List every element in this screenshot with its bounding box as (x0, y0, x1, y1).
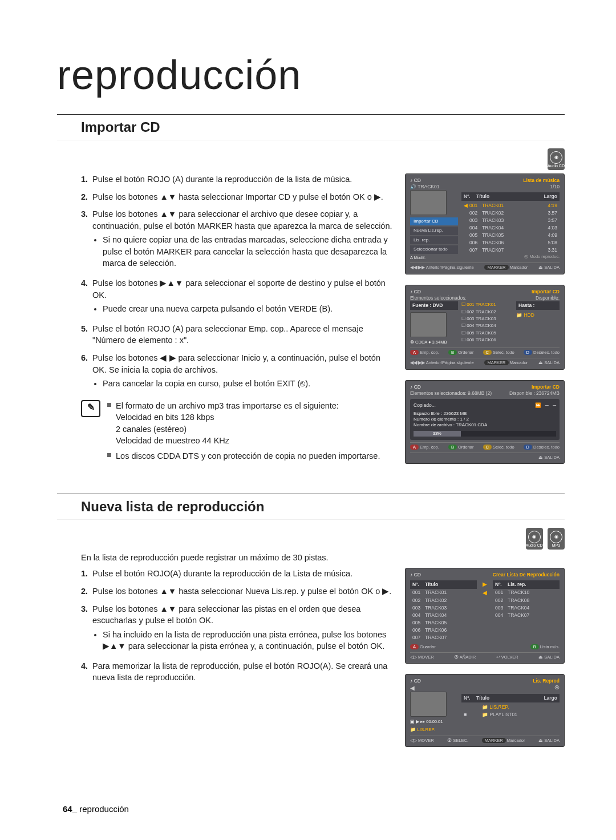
page-title: reproducción (57, 51, 565, 98)
osd-import-progress: ♪ CDImportar CD Elementos seleccionados:… (405, 380, 565, 465)
instruction-text: 1.Pulse el botón ROJO (A) durante la rep… (57, 173, 394, 466)
page-footer: 64_ reproducción (63, 804, 129, 814)
section-title: Nueva lista de reproducción (57, 494, 565, 520)
osd-music-list: ♪ CDLista de música 🔊 TRACK011/10 Import… (405, 173, 565, 274)
section-title: Importar CD (57, 114, 565, 140)
section-import-cd: Importar CD ◉ Audio CD 1.Pulse el botón … (57, 114, 565, 474)
note-icon: ✎ (81, 400, 100, 417)
intro-text: En la lista de reproducción puede regist… (57, 553, 565, 562)
disc-badge-mp3: ◉MP3 (548, 528, 565, 550)
instruction-text: 1.Pulse el botón ROJO(A) durante la repr… (57, 568, 394, 689)
osd-playlist: ♪ CDLis. Reprod ⦿ ▣ ▶ ▸▸ 00:00:01 📁 LIS.… (405, 674, 565, 747)
osd-create-playlist: ♪ CDCrear Lista De Reproducción Nº.Títul… (405, 568, 565, 664)
osd-import-select: ♪ CDImportar CD Elementos seleccionados:… (405, 285, 565, 369)
disc-badge-audio-cd: ◉Audio CD (526, 528, 543, 550)
disc-badge-audio-cd: ◉ Audio CD (548, 148, 565, 170)
section-new-playlist: Nueva lista de reproducción ◉Audio CD ◉M… (57, 494, 565, 757)
